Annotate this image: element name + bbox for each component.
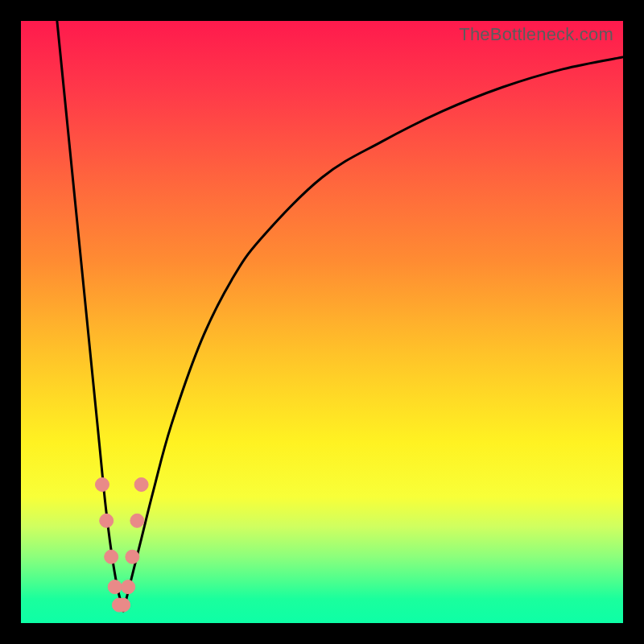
data-marker (126, 550, 139, 564)
data-marker (100, 514, 114, 527)
right-curve (123, 57, 623, 611)
curves-svg (21, 21, 623, 623)
data-marker (122, 580, 135, 594)
data-marker (108, 580, 122, 594)
plot-area: TheBottleneck.com (21, 21, 623, 623)
data-marker (134, 477, 148, 491)
data-marker (117, 598, 130, 612)
data-marker (105, 550, 118, 564)
data-marker (130, 514, 144, 527)
data-marker (95, 477, 109, 491)
chart-frame: TheBottleneck.com (0, 0, 644, 644)
